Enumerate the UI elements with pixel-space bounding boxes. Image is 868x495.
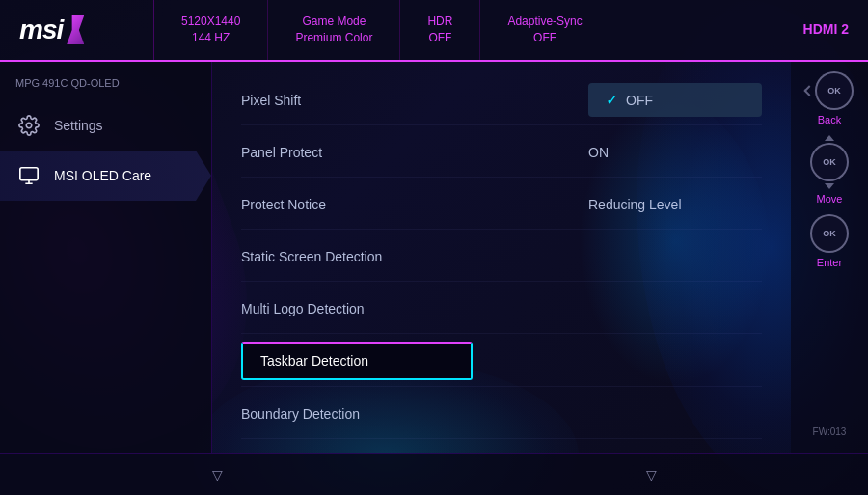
back-btn-circle[interactable] (815, 71, 854, 110)
sidebar-oled-label: MSI OLED Care (54, 168, 151, 183)
menu-row-static-screen[interactable]: Static Screen Detection (241, 232, 762, 282)
pixel-shift-label: Pixel Shift (241, 93, 588, 108)
header-resolution: 5120X1440 144 HZ (154, 0, 268, 60)
left-arrow-icon (803, 85, 814, 96)
sidebar-item-oled-care[interactable]: MSI OLED Care (0, 151, 211, 201)
move-btn-circle[interactable] (810, 143, 849, 181)
arrow-down-right: ▽ (646, 467, 657, 482)
header-nav: 5120X1440 144 HZ Game Mode Premium Color… (154, 0, 868, 60)
firmware-label: FW:013 (813, 426, 847, 443)
menu-row-panel-protect[interactable]: Panel Protect ON (241, 127, 762, 178)
back-button[interactable]: Back (805, 71, 854, 125)
right-controls: Back Move Enter FW:013 (791, 62, 868, 453)
menu-row-multi-logo[interactable]: Multi Logo Detection (241, 284, 762, 334)
menu-row-protect-notice[interactable]: Protect Notice Reducing Level (241, 179, 762, 230)
header-adaptive-sync: Adaptive-Sync OFF (480, 0, 610, 60)
monitor-icon (15, 162, 42, 189)
protect-notice-label: Protect Notice (241, 197, 588, 212)
panel-protect-label: Panel Protect (241, 145, 588, 160)
panel-protect-value: ON (588, 145, 762, 160)
main-panel: Pixel Shift ✓ OFF Panel Protect ON Prote… (212, 62, 791, 453)
taskbar-focused-box[interactable]: Taskbar Detection (241, 342, 473, 380)
content-area: MPG 491C QD-OLED Settings (0, 62, 868, 453)
back-label: Back (818, 114, 841, 125)
enter-btn-circle[interactable] (810, 214, 849, 253)
enter-label: Enter (817, 257, 842, 268)
gear-icon (15, 112, 42, 139)
menu-row-taskbar[interactable]: Taskbar Detection (241, 336, 762, 387)
logo-section: msi (0, 0, 154, 60)
multi-logo-label: Multi Logo Detection (241, 301, 762, 316)
move-label: Move (817, 193, 843, 205)
boundary-label: Boundary Detection (241, 406, 762, 422)
pixel-shift-value[interactable]: ✓ OFF (588, 83, 762, 117)
sidebar-settings-label: Settings (54, 118, 103, 133)
header: msi 5120X1440 144 HZ Game Mode Premium C… (0, 0, 868, 62)
arrow-down-left: ▽ (212, 467, 223, 482)
header-game-mode: Game Mode Premium Color (268, 0, 400, 60)
monitor-model: MPG 491C QD-OLED (0, 71, 211, 100)
msi-logo: msi (19, 14, 63, 45)
enter-button[interactable]: Enter (810, 214, 849, 268)
svg-rect-0 (20, 168, 38, 180)
move-button[interactable]: Move (810, 135, 849, 205)
protect-notice-value: Reducing Level (588, 197, 762, 212)
header-hdr: HDR OFF (400, 0, 480, 60)
menu-row-boundary[interactable]: Boundary Detection (241, 389, 762, 439)
bottom-bar: ▽ ▽ (0, 453, 868, 495)
sidebar-item-settings[interactable]: Settings (0, 100, 211, 151)
static-screen-label: Static Screen Detection (241, 249, 762, 264)
taskbar-label: Taskbar Detection (260, 353, 368, 369)
header-hdmi: HDMI 2 (776, 0, 868, 60)
menu-row-pixel-shift[interactable]: Pixel Shift ✓ OFF (241, 75, 762, 125)
check-icon: ✓ (606, 91, 618, 109)
sidebar: MPG 491C QD-OLED Settings (0, 62, 212, 453)
